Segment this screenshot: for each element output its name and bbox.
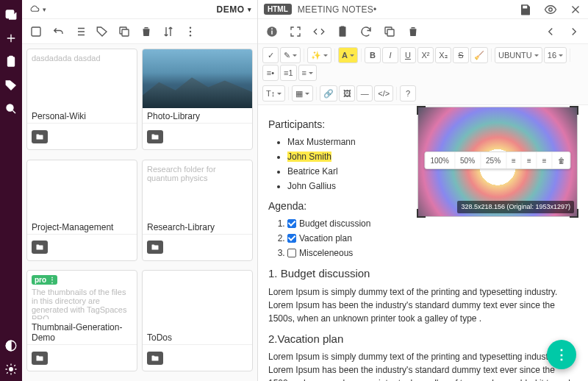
image-button[interactable]: 🖼 (339, 85, 355, 102)
close-icon[interactable] (569, 3, 582, 16)
check-button[interactable]: ✓ (262, 47, 279, 63)
svg-rect-7 (32, 27, 40, 36)
list-view-icon[interactable] (74, 25, 87, 38)
card-subtitle: The thumbnails of the files in this dire… (32, 288, 126, 319)
svg-rect-16 (387, 29, 394, 36)
more-icon[interactable] (184, 25, 197, 38)
folder-icon (32, 241, 48, 254)
svg-rect-2 (10, 57, 13, 59)
prev-icon[interactable] (544, 25, 557, 38)
tag-tool-icon[interactable] (96, 25, 109, 38)
highlight-button[interactable]: A (338, 47, 358, 63)
clipboard-icon[interactable] (2, 53, 20, 71)
doc-toolbar (258, 19, 588, 44)
cloud-dropdown[interactable]: ▾ (28, 4, 46, 15)
folder-card[interactable]: Research folder for quantum physics Rese… (142, 160, 253, 261)
remove-image-button[interactable]: 🗑 (553, 152, 570, 168)
fullscreen-icon[interactable] (289, 25, 302, 38)
card-title: Thumbnail-Generation-Demo (27, 319, 137, 344)
search-icon[interactable] (2, 100, 20, 118)
folder-card[interactable]: Project-Management (26, 160, 137, 261)
folder-icon (32, 130, 48, 143)
strike-button[interactable]: S (453, 47, 469, 63)
add-icon[interactable] (2, 29, 20, 47)
file-grid: dasdadada dasdad Personal-Wiki Photo-Lib… (22, 44, 257, 381)
settings-icon[interactable] (2, 360, 20, 378)
checkbox-icon[interactable] (287, 249, 296, 257)
refresh-icon[interactable] (359, 25, 373, 38)
svg-point-6 (10, 368, 13, 371)
document-body[interactable]: 100% 50% 25% ≡ ≡ ≡ 🗑 328.5x218.156 (Orig… (258, 105, 588, 381)
save-icon[interactable] (519, 3, 532, 16)
hr-button[interactable]: — (356, 85, 373, 102)
list-item: Budget discussion (287, 217, 578, 230)
info-icon[interactable] (265, 25, 279, 38)
copy-doc-icon[interactable] (383, 25, 396, 38)
list-item: Misceleneous (287, 246, 578, 260)
card-subtitle: Research folder for quantum physics (143, 160, 252, 219)
next-icon[interactable] (567, 25, 581, 38)
subscript-button[interactable]: X₂ (435, 47, 451, 63)
pro-badge: pro⋮ (32, 275, 57, 285)
zoom-25[interactable]: 25% (481, 152, 506, 168)
fab-menu-button[interactable]: ⋮ (547, 340, 576, 369)
card-title: ToDos (143, 330, 252, 344)
link-button[interactable]: 🔗 (320, 85, 337, 102)
sort-icon[interactable] (162, 25, 175, 38)
style-dropdown[interactable]: ✎ (280, 47, 301, 63)
locations-icon[interactable] (2, 6, 20, 24)
svg-point-12 (549, 7, 553, 11)
svg-rect-14 (271, 30, 273, 34)
align-right-button[interactable]: ≡ (537, 152, 553, 168)
folder-icon (32, 352, 48, 365)
embedded-image[interactable]: 100% 50% 25% ≡ ≡ ≡ 🗑 328.5x218.156 (Orig… (417, 107, 578, 217)
delete-icon[interactable] (406, 25, 420, 38)
italic-button[interactable]: I (382, 47, 398, 63)
preview-icon[interactable] (544, 3, 557, 16)
text-dropdown[interactable]: T↕ (262, 85, 285, 102)
editor-toolbar: ✓ ✎ ✨ A B I U X² X₂ S 🧹 UBUNTU 16 ≡• ≡1 … (258, 44, 588, 105)
list-item: Vacation plan (287, 232, 578, 245)
help-button[interactable]: ? (400, 85, 416, 102)
card-subtitle: dasdadada dasdad (27, 49, 137, 108)
checkbox-icon[interactable] (287, 219, 296, 228)
codeblock-button[interactable]: </> (374, 85, 393, 102)
paragraph: Lorem Ipsum is simply dummy text of the … (268, 350, 578, 381)
back-icon[interactable] (51, 25, 65, 38)
ul-button[interactable]: ≡• (262, 65, 279, 81)
clear-format-button[interactable]: 🧹 (470, 47, 488, 63)
folder-card[interactable]: pro⋮The thumbnails of the files in this … (26, 270, 137, 371)
card-title: Photo-Library (143, 108, 252, 123)
magic-dropdown[interactable]: ✨ (307, 47, 331, 63)
svg-point-15 (271, 28, 273, 29)
checkbox-icon[interactable] (287, 234, 296, 243)
copy-icon[interactable] (118, 25, 131, 38)
location-name[interactable]: DEMO▾ (217, 4, 252, 15)
folder-card[interactable]: ToDos (142, 270, 253, 371)
size-dropdown[interactable]: 16 (544, 47, 567, 63)
folder-card[interactable]: dasdadada dasdad Personal-Wiki (26, 49, 137, 150)
align-center-button[interactable]: ≡ (522, 152, 537, 168)
superscript-button[interactable]: X² (417, 47, 434, 63)
trash-icon[interactable] (140, 25, 153, 38)
code-icon[interactable] (312, 25, 326, 38)
select-all-checkbox[interactable] (29, 25, 43, 38)
align-left-button[interactable]: ≡ (506, 152, 522, 168)
align-dropdown[interactable]: ≡ (298, 65, 317, 81)
table-dropdown[interactable]: ▦ (292, 85, 313, 102)
theme-icon[interactable] (2, 337, 20, 355)
bold-button[interactable]: B (365, 47, 381, 63)
underline-button[interactable]: U (400, 47, 416, 63)
paste-icon[interactable] (336, 25, 349, 38)
file-toolbar (22, 19, 257, 44)
tag-icon[interactable] (2, 76, 20, 94)
font-dropdown[interactable]: UBUNTU (495, 47, 542, 63)
svg-point-11 (190, 35, 191, 36)
ol-button[interactable]: ≡1 (280, 65, 297, 81)
svg-point-10 (190, 30, 191, 32)
folder-card[interactable]: Photo-Library (142, 49, 253, 150)
paragraph: Lorem Ipsum is simply dummy text of the … (268, 285, 578, 325)
card-title: Personal-Wiki (27, 108, 137, 123)
zoom-50[interactable]: 50% (455, 152, 481, 168)
section-heading: 2.Vacation plan (268, 331, 578, 348)
